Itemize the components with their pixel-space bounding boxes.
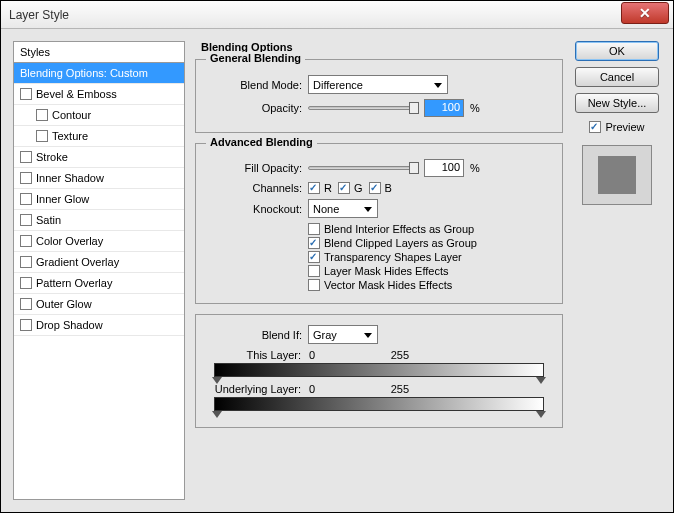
style-label: Stroke xyxy=(36,151,68,163)
preview-swatch xyxy=(598,156,636,194)
style-label: Contour xyxy=(52,109,91,121)
style-label: Bevel & Emboss xyxy=(36,88,117,100)
this-layer-lo: 0 xyxy=(309,349,349,361)
blend-if-group: Blend If: Gray This Layer: 0 255 Underly… xyxy=(195,314,563,428)
channel-g-checkbox[interactable] xyxy=(338,182,350,194)
layer-style-dialog: Layer Style ✕ Styles Blending Options: C… xyxy=(0,0,674,513)
this-layer-slider[interactable] xyxy=(214,363,544,377)
style-row[interactable]: Stroke xyxy=(14,147,184,168)
style-checkbox[interactable] xyxy=(20,151,32,163)
style-label: Inner Shadow xyxy=(36,172,104,184)
general-blending-group: General Blending Blend Mode: Difference … xyxy=(195,59,563,133)
style-row[interactable]: Bevel & Emboss xyxy=(14,84,184,105)
close-button[interactable]: ✕ xyxy=(621,2,669,24)
fill-opacity-input[interactable]: 100 xyxy=(424,159,464,177)
style-row[interactable]: Blending Options: Custom xyxy=(14,63,184,84)
style-label: Color Overlay xyxy=(36,235,103,247)
style-checkbox[interactable] xyxy=(20,298,32,310)
style-row[interactable]: Satin xyxy=(14,210,184,231)
style-label: Texture xyxy=(52,130,88,142)
style-checkbox[interactable] xyxy=(20,319,32,331)
preview-swatch-frame xyxy=(582,145,652,205)
actions-panel: OK Cancel New Style... Preview xyxy=(573,41,661,500)
blend-interior-checkbox[interactable] xyxy=(308,223,320,235)
fill-opacity-slider[interactable] xyxy=(308,166,418,170)
style-row[interactable]: Outer Glow xyxy=(14,294,184,315)
new-style-button[interactable]: New Style... xyxy=(575,93,659,113)
fill-opacity-label: Fill Opacity: xyxy=(206,162,302,174)
layer-mask-hides-checkbox[interactable] xyxy=(308,265,320,277)
style-label: Gradient Overlay xyxy=(36,256,119,268)
style-row[interactable]: Drop Shadow xyxy=(14,315,184,336)
style-checkbox[interactable] xyxy=(36,109,48,121)
styles-list: Blending Options: CustomBevel & EmbossCo… xyxy=(13,62,185,500)
transparency-shapes-checkbox[interactable] xyxy=(308,251,320,263)
general-legend: General Blending xyxy=(206,52,305,64)
titlebar: Layer Style ✕ xyxy=(1,1,673,29)
style-label: Satin xyxy=(36,214,61,226)
blend-clipped-checkbox[interactable] xyxy=(308,237,320,249)
opacity-label: Opacity: xyxy=(206,102,302,114)
style-checkbox[interactable] xyxy=(20,277,32,289)
knockout-label: Knockout: xyxy=(206,203,302,215)
underlying-hi: 255 xyxy=(349,383,409,395)
style-row[interactable]: Inner Shadow xyxy=(14,168,184,189)
vector-mask-hides-checkbox[interactable] xyxy=(308,279,320,291)
channels-label: Channels: xyxy=(206,182,302,194)
style-label: Outer Glow xyxy=(36,298,92,310)
channel-r-checkbox[interactable] xyxy=(308,182,320,194)
style-checkbox[interactable] xyxy=(20,172,32,184)
style-row[interactable]: Inner Glow xyxy=(14,189,184,210)
style-checkbox[interactable] xyxy=(20,235,32,247)
style-label: Blending Options: Custom xyxy=(20,67,148,79)
style-checkbox[interactable] xyxy=(36,130,48,142)
advanced-blending-group: Advanced Blending Fill Opacity: 100 % Ch… xyxy=(195,143,563,304)
opacity-slider[interactable] xyxy=(308,106,418,110)
channel-b-checkbox[interactable] xyxy=(369,182,381,194)
preview-label: Preview xyxy=(605,121,644,133)
style-row[interactable]: Gradient Overlay xyxy=(14,252,184,273)
style-checkbox[interactable] xyxy=(20,214,32,226)
opacity-input[interactable]: 100 xyxy=(424,99,464,117)
style-checkbox[interactable] xyxy=(20,193,32,205)
styles-panel: Styles Blending Options: CustomBevel & E… xyxy=(13,41,185,500)
blend-if-select[interactable]: Gray xyxy=(308,325,378,344)
percent-label: % xyxy=(470,102,480,114)
style-label: Drop Shadow xyxy=(36,319,103,331)
blend-mode-label: Blend Mode: xyxy=(206,79,302,91)
styles-header[interactable]: Styles xyxy=(13,41,185,62)
style-label: Inner Glow xyxy=(36,193,89,205)
style-row[interactable]: Pattern Overlay xyxy=(14,273,184,294)
style-row[interactable]: Contour xyxy=(14,105,184,126)
underlying-layer-slider[interactable] xyxy=(214,397,544,411)
style-row[interactable]: Texture xyxy=(14,126,184,147)
style-checkbox[interactable] xyxy=(20,256,32,268)
ok-button[interactable]: OK xyxy=(575,41,659,61)
dialog-body: Styles Blending Options: CustomBevel & E… xyxy=(1,29,673,512)
options-panel: Blending Options General Blending Blend … xyxy=(195,41,563,500)
window-title: Layer Style xyxy=(5,8,621,22)
underlying-layer-label: Underlying Layer: xyxy=(214,383,309,395)
cancel-button[interactable]: Cancel xyxy=(575,67,659,87)
advanced-legend: Advanced Blending xyxy=(206,136,317,148)
this-layer-hi: 255 xyxy=(349,349,409,361)
preview-checkbox[interactable] xyxy=(589,121,601,133)
knockout-select[interactable]: None xyxy=(308,199,378,218)
style-label: Pattern Overlay xyxy=(36,277,112,289)
style-checkbox[interactable] xyxy=(20,88,32,100)
percent-label: % xyxy=(470,162,480,174)
this-layer-label: This Layer: xyxy=(214,349,309,361)
style-row[interactable]: Color Overlay xyxy=(14,231,184,252)
underlying-lo: 0 xyxy=(309,383,349,395)
blend-if-label: Blend If: xyxy=(206,329,302,341)
blend-mode-select[interactable]: Difference xyxy=(308,75,448,94)
